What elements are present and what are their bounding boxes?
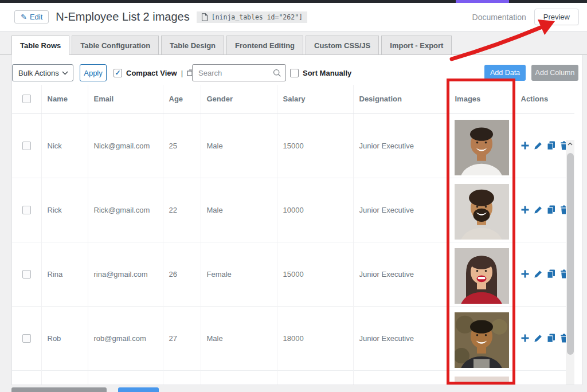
cell-designation bbox=[353, 370, 449, 385]
compact-view-label: Compact View bbox=[126, 69, 177, 77]
cell-age: 22 bbox=[163, 178, 201, 242]
compact-view-toggle[interactable]: ✓ Compact View | bbox=[114, 64, 194, 81]
shortcode-text: [ninja_tables id="262"] bbox=[212, 13, 303, 21]
add-data-button[interactable]: Add Data bbox=[484, 65, 526, 81]
cell-age: 27 bbox=[163, 306, 201, 370]
tab-import-export[interactable]: Import - Export bbox=[381, 36, 452, 55]
row-checkbox[interactable] bbox=[22, 206, 31, 214]
scrollbar-thumb[interactable] bbox=[567, 153, 574, 355]
cell-salary: 18000 bbox=[277, 306, 353, 370]
cell-salary: 15000 bbox=[277, 242, 353, 306]
table-row: Rick Rick@gmail.com 22 Male 10000 Junior… bbox=[12, 178, 574, 242]
edit-label: Edit bbox=[30, 13, 42, 21]
employee-table: Name Email Age Gender Salary Designation… bbox=[12, 85, 574, 385]
edit-title-button[interactable]: ✎ Edit bbox=[14, 10, 49, 23]
column-header-age[interactable]: Age bbox=[163, 85, 201, 113]
document-icon bbox=[201, 13, 208, 21]
bottom-apply-cutoff[interactable] bbox=[118, 387, 159, 392]
column-header-name[interactable]: Name bbox=[41, 85, 88, 113]
toolbar: Bulk Actions Apply ✓ Compact View | So bbox=[12, 55, 582, 85]
duplicate-icon[interactable] bbox=[547, 141, 555, 150]
tab-frontend-editing[interactable]: Frontend Editing bbox=[226, 36, 303, 55]
pencil-icon[interactable] bbox=[534, 206, 542, 214]
partial-portrait[interactable] bbox=[455, 377, 509, 385]
tab-table-rows[interactable]: Table Rows bbox=[11, 36, 69, 55]
duplicate-icon[interactable] bbox=[547, 334, 555, 343]
plus-icon[interactable] bbox=[521, 334, 529, 342]
cell-gender: Male bbox=[201, 113, 277, 178]
cell-designation: Junior Executive bbox=[353, 242, 449, 306]
nick-portrait[interactable] bbox=[455, 120, 509, 175]
tab-custom-css-js[interactable]: Custom CSS/JS bbox=[306, 36, 379, 55]
pencil-icon: ✎ bbox=[21, 13, 27, 21]
cell-name: Rob bbox=[41, 306, 88, 370]
cell-email: rob@gmail.com bbox=[88, 306, 163, 370]
pencil-icon[interactable] bbox=[534, 270, 542, 279]
table-row: Rob rob@gmail.com 27 Male 18000 Junior E… bbox=[12, 306, 574, 370]
chevron-down-icon bbox=[62, 71, 68, 75]
tab-table-design[interactable]: Table Design bbox=[161, 36, 224, 55]
cell-name: Nick bbox=[41, 113, 88, 178]
cell-salary: 10000 bbox=[277, 178, 353, 242]
page-title: N-Employee List 2 images bbox=[56, 10, 189, 23]
duplicate-icon[interactable] bbox=[547, 269, 555, 279]
rob-portrait[interactable] bbox=[455, 312, 509, 368]
column-header-salary[interactable]: Salary bbox=[277, 85, 353, 113]
row-checkbox[interactable] bbox=[22, 270, 31, 279]
table-header-row: Name Email Age Gender Salary Designation… bbox=[12, 85, 574, 113]
column-header-gender[interactable]: Gender bbox=[201, 85, 277, 113]
table-row: Nick Nick@gmail.com 25 Male 15000 Junior… bbox=[12, 113, 574, 178]
rick-portrait[interactable] bbox=[455, 184, 509, 240]
add-column-button[interactable]: Add Column bbox=[531, 65, 578, 81]
bottom-bulk-actions-cutoff[interactable] bbox=[11, 387, 107, 392]
table-scrollbar[interactable] bbox=[566, 140, 574, 385]
preview-button[interactable]: Preview bbox=[534, 9, 579, 25]
cell-designation: Junior Executive bbox=[353, 306, 449, 370]
column-header-actions: Actions bbox=[515, 85, 574, 113]
plus-icon[interactable] bbox=[521, 142, 529, 150]
browser-progress-strip bbox=[0, 0, 587, 3]
apply-button[interactable]: Apply bbox=[80, 64, 107, 81]
shortcode-badge[interactable]: [ninja_tables id="262"] bbox=[197, 11, 307, 23]
table-row: Rina rina@gmail.com 26 Female 15000 Juni… bbox=[12, 242, 574, 306]
bulk-actions-label: Bulk Actions bbox=[18, 69, 59, 77]
app-header: ✎ Edit N-Employee List 2 images [ninja_t… bbox=[0, 3, 587, 32]
compact-view-checkbox[interactable]: ✓ bbox=[114, 69, 122, 77]
plus-icon[interactable] bbox=[521, 270, 529, 278]
rina-portrait[interactable] bbox=[455, 248, 509, 304]
progress-segment bbox=[456, 0, 509, 3]
cell-age: 26 bbox=[163, 242, 201, 306]
cell-salary bbox=[277, 370, 353, 385]
pencil-icon[interactable] bbox=[534, 334, 542, 343]
cell-age: 25 bbox=[163, 113, 201, 178]
column-header-designation[interactable]: Designation bbox=[353, 85, 449, 113]
table-body: Nick Nick@gmail.com 25 Male 15000 Junior… bbox=[12, 113, 574, 385]
cell-salary: 15000 bbox=[277, 113, 353, 178]
sort-manually-checkbox[interactable] bbox=[290, 69, 299, 77]
cell-name: Rick bbox=[41, 178, 88, 242]
cell-gender: Male bbox=[201, 306, 277, 370]
row-checkbox[interactable] bbox=[22, 334, 31, 343]
cell-age bbox=[163, 370, 201, 385]
column-header-images[interactable]: Images bbox=[449, 85, 515, 113]
documentation-link[interactable]: Documentation bbox=[472, 13, 526, 22]
pencil-icon[interactable] bbox=[534, 142, 542, 150]
content-panel: Bulk Actions Apply ✓ Compact View | So bbox=[11, 55, 582, 385]
cell-gender bbox=[201, 370, 277, 385]
cell-email: rina@gmail.com bbox=[88, 242, 163, 306]
column-header-email[interactable]: Email bbox=[88, 85, 163, 113]
table-row bbox=[12, 370, 574, 385]
duplicate-icon[interactable] bbox=[547, 205, 555, 214]
bulk-actions-select[interactable]: Bulk Actions bbox=[12, 64, 73, 81]
search-input[interactable] bbox=[192, 64, 286, 81]
plus-icon[interactable] bbox=[521, 206, 529, 214]
select-all-checkbox[interactable] bbox=[22, 95, 31, 103]
magnifier-icon bbox=[273, 69, 281, 77]
chevron-up-icon[interactable] bbox=[566, 140, 574, 148]
divider: | bbox=[181, 69, 183, 77]
table-container: Name Email Age Gender Salary Designation… bbox=[12, 85, 574, 385]
sort-manually-toggle[interactable]: Sort Manually bbox=[290, 64, 351, 81]
row-checkbox[interactable] bbox=[22, 142, 31, 150]
cell-designation: Junior Executive bbox=[353, 113, 449, 178]
tab-table-configuration[interactable]: Table Configuration bbox=[72, 36, 159, 55]
